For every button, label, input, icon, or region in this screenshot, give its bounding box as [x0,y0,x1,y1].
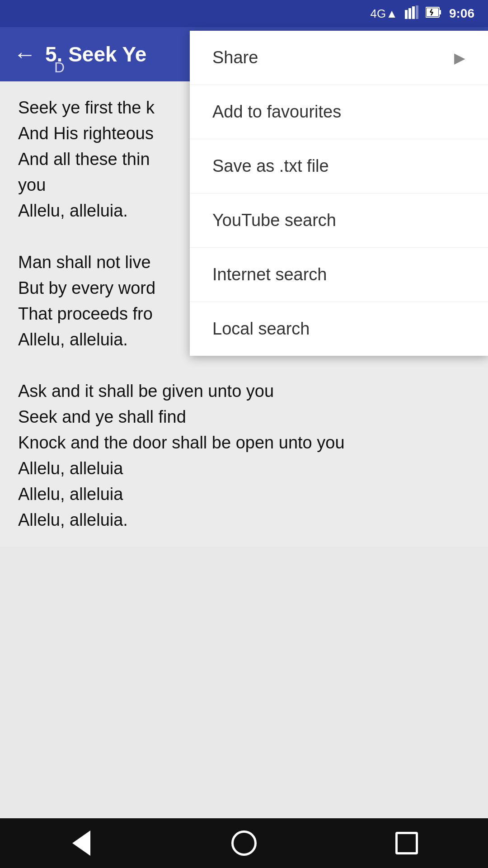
network-icon: 4G▲ [371,7,398,21]
time-display: 9:06 [449,6,474,21]
signal-icon [405,5,418,22]
svg-rect-3 [416,5,418,19]
menu-item-add-favourites[interactable]: Add to favourites [190,85,488,139]
nav-recents-button[interactable] [389,825,425,861]
status-bar: 4G▲ 9:06 [0,0,488,27]
share-arrow-icon: ▶ [454,49,465,66]
svg-rect-2 [412,6,415,19]
menu-item-share-label: Share [212,48,258,67]
nav-home-button[interactable] [226,825,262,861]
nav-back-button[interactable] [63,825,99,861]
page-subtitle: D [54,59,65,76]
menu-item-save-txt-label: Save as .txt file [212,156,329,176]
nav-recents-icon [395,832,418,854]
nav-bar [0,818,488,868]
context-menu: Share ▶ Add to favourites Save as .txt f… [190,31,488,356]
svg-rect-5 [439,10,441,14]
menu-item-youtube-search[interactable]: YouTube search [190,193,488,248]
menu-item-youtube-search-label: YouTube search [212,211,336,230]
verse-3: Ask and it shall be given unto you Seek … [18,378,470,533]
menu-item-add-favourites-label: Add to favourites [212,102,341,122]
nav-back-icon [72,830,90,856]
menu-item-share[interactable]: Share ▶ [190,31,488,85]
menu-item-local-search[interactable]: Local search [190,302,488,356]
nav-home-icon [231,830,257,856]
menu-item-internet-search-label: Internet search [212,265,327,284]
menu-item-save-txt[interactable]: Save as .txt file [190,139,488,193]
menu-item-local-search-label: Local search [212,319,310,339]
battery-icon [426,6,442,21]
svg-rect-0 [405,10,408,19]
back-button[interactable]: ← [14,41,36,67]
menu-item-internet-search[interactable]: Internet search [190,248,488,302]
svg-rect-1 [408,8,411,19]
